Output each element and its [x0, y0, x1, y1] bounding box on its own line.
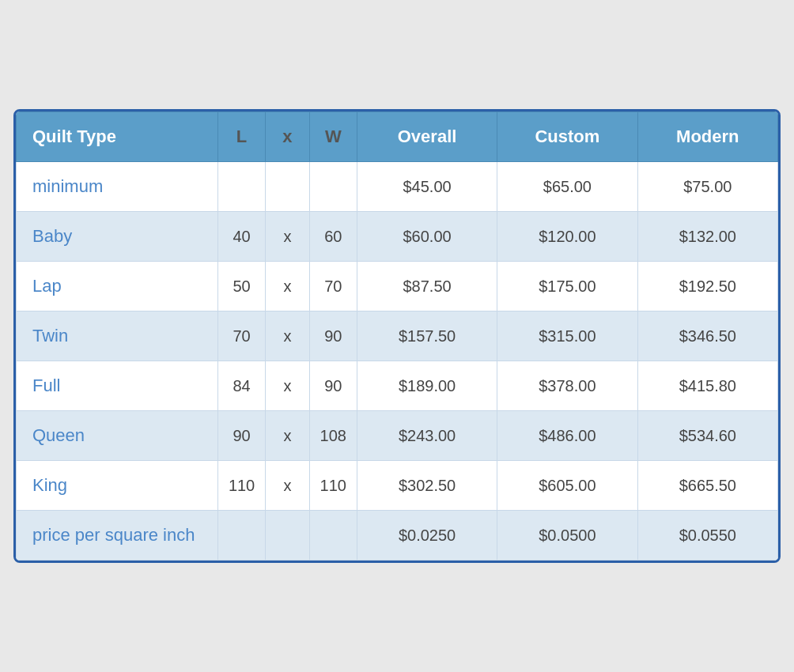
header-overall: Overall: [357, 112, 497, 162]
cell-custom: $605.00: [497, 461, 637, 511]
cell-modern: $534.60: [637, 411, 777, 461]
cell-w: 90: [309, 361, 357, 411]
cell-x: x: [266, 212, 309, 262]
cell-overall: $45.00: [357, 162, 497, 212]
table-row: Twin70x90$157.50$315.00$346.50: [17, 311, 778, 361]
cell-w: 60: [309, 212, 357, 262]
cell-x: x: [266, 311, 309, 361]
cell-quilt: Twin: [17, 311, 218, 361]
cell-l: 90: [217, 411, 265, 461]
header-modern: Modern: [637, 112, 777, 162]
cell-quilt: minimum: [17, 162, 218, 212]
header-x: x: [266, 112, 309, 162]
cell-x: [266, 162, 309, 212]
header-quilt-type: Quilt Type: [17, 112, 218, 162]
cell-overall: $243.00: [357, 411, 497, 461]
cell-custom: $486.00: [497, 411, 637, 461]
cell-overall: $302.50: [357, 461, 497, 511]
cell-x: x: [266, 461, 309, 511]
cell-x: x: [266, 361, 309, 411]
table-row: Queen90x108$243.00$486.00$534.60: [17, 411, 778, 461]
cell-quilt: King: [17, 461, 218, 511]
cell-modern: $0.0550: [637, 511, 777, 561]
cell-w: [309, 511, 357, 561]
cell-overall: $0.0250: [357, 511, 497, 561]
table-row: Full84x90$189.00$378.00$415.80: [17, 361, 778, 411]
table-row: Baby40x60$60.00$120.00$132.00: [17, 212, 778, 262]
cell-l: 50: [217, 262, 265, 311]
cell-custom: $175.00: [497, 262, 637, 311]
cell-quilt: Baby: [17, 212, 218, 262]
header-w: W: [309, 112, 357, 162]
cell-l: 70: [217, 311, 265, 361]
cell-custom: $378.00: [497, 361, 637, 411]
cell-quilt: price per square inch: [17, 511, 218, 561]
cell-quilt: Queen: [17, 411, 218, 461]
cell-x: [266, 511, 309, 561]
cell-modern: $132.00: [637, 212, 777, 262]
cell-modern: $665.50: [637, 461, 777, 511]
cell-modern: $75.00: [637, 162, 777, 212]
table-row: King110x110$302.50$605.00$665.50: [17, 461, 778, 511]
cell-custom: $0.0500: [497, 511, 637, 561]
cell-x: x: [266, 262, 309, 311]
cell-l: [217, 162, 265, 212]
cell-overall: $157.50: [357, 311, 497, 361]
table-row: Lap50x70$87.50$175.00$192.50: [17, 262, 778, 311]
cell-modern: $415.80: [637, 361, 777, 411]
cell-w: 108: [309, 411, 357, 461]
cell-modern: $346.50: [637, 311, 777, 361]
cell-custom: $120.00: [497, 212, 637, 262]
table-row: price per square inch$0.0250$0.0500$0.05…: [17, 511, 778, 561]
cell-overall: $189.00: [357, 361, 497, 411]
cell-w: 90: [309, 311, 357, 361]
cell-custom: $65.00: [497, 162, 637, 212]
cell-l: [217, 511, 265, 561]
header-custom: Custom: [497, 112, 637, 162]
table-row: minimum$45.00$65.00$75.00: [17, 162, 778, 212]
quilt-pricing-table: Quilt Type L x W Overall Custom Modern m…: [13, 109, 781, 563]
cell-w: 70: [309, 262, 357, 311]
header-l: L: [217, 112, 265, 162]
table-header-row: Quilt Type L x W Overall Custom Modern: [17, 112, 778, 162]
cell-quilt: Lap: [17, 262, 218, 311]
cell-custom: $315.00: [497, 311, 637, 361]
cell-x: x: [266, 411, 309, 461]
cell-l: 84: [217, 361, 265, 411]
cell-quilt: Full: [17, 361, 218, 411]
cell-w: 110: [309, 461, 357, 511]
cell-modern: $192.50: [637, 262, 777, 311]
cell-l: 110: [217, 461, 265, 511]
cell-l: 40: [217, 212, 265, 262]
cell-overall: $60.00: [357, 212, 497, 262]
cell-w: [309, 162, 357, 212]
cell-overall: $87.50: [357, 262, 497, 311]
